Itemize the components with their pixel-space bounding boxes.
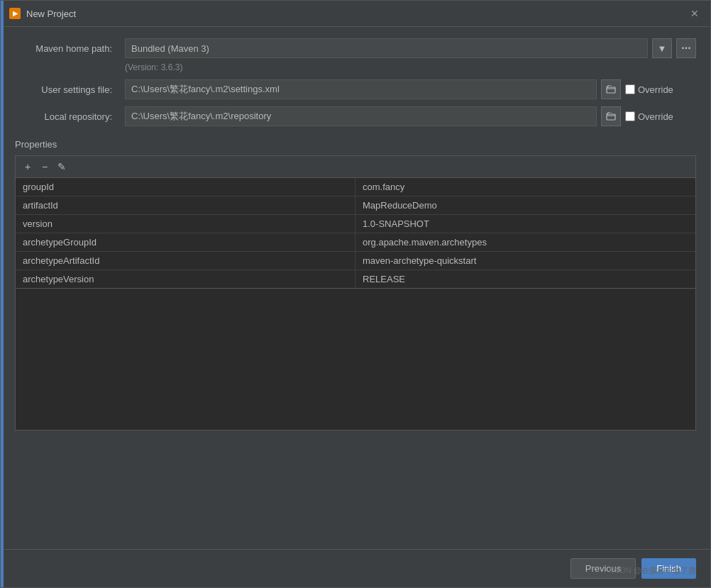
- table-cell-value-archetype-artifactid: maven-archetype-quickstart: [356, 252, 695, 270]
- properties-section: Properties + − ✎ groupId com.fancy artif…: [15, 139, 696, 431]
- dialog-content: Maven home path: ▼ ··· (Version: 3.6.3) …: [1, 27, 710, 549]
- maven-home-dropdown-btn[interactable]: ▼: [652, 38, 672, 58]
- left-accent: [1, 1, 4, 587]
- table-cell-key-archetype-groupid: archetypeGroupId: [16, 233, 356, 251]
- user-settings-label: User settings file:: [15, 84, 118, 95]
- table-row[interactable]: archetypeArtifactId maven-archetype-quic…: [16, 252, 695, 270]
- user-settings-override-container: Override: [625, 84, 696, 95]
- local-repo-row: Local repository: Override: [15, 106, 696, 126]
- local-repo-label: Local repository:: [15, 111, 118, 122]
- properties-title: Properties: [15, 139, 696, 150]
- dialog-title: New Project: [26, 9, 76, 19]
- table-cell-value-archetype-version: RELEASE: [356, 270, 695, 288]
- user-settings-input-container: Override: [125, 79, 696, 99]
- table-row[interactable]: artifactId MapReduceDemo: [16, 196, 695, 215]
- user-settings-input[interactable]: [125, 79, 597, 99]
- local-repo-override-checkbox[interactable]: [625, 111, 635, 121]
- properties-empty-area: [15, 289, 696, 431]
- table-cell-value-version: 1.0-SNAPSHOT: [356, 215, 695, 233]
- close-button[interactable]: ✕: [688, 6, 702, 21]
- user-settings-override-label: Override: [638, 84, 673, 95]
- title-bar: ▶ New Project ✕: [1, 1, 710, 27]
- dialog-icon: ▶: [9, 8, 21, 19]
- local-repo-input-container: Override: [125, 106, 696, 126]
- table-cell-key-groupid: groupId: [16, 178, 356, 196]
- maven-home-label: Maven home path:: [15, 43, 118, 54]
- maven-home-input[interactable]: [125, 38, 648, 58]
- table-cell-value-archetype-groupid: org.apache.maven.archetypes: [356, 233, 695, 251]
- edit-property-btn[interactable]: ✎: [54, 159, 70, 174]
- properties-table: groupId com.fancy artifactId MapReduceDe…: [15, 177, 696, 289]
- dialog-footer: Previous Finish: [1, 549, 710, 587]
- svg-rect-0: [607, 87, 615, 93]
- properties-toolbar: + − ✎: [15, 155, 696, 177]
- user-settings-row: User settings file: Override: [15, 79, 696, 99]
- table-row[interactable]: groupId com.fancy: [16, 178, 695, 196]
- svg-rect-1: [607, 114, 615, 120]
- title-bar-left: ▶ New Project: [9, 8, 76, 19]
- table-cell-key-version: version: [16, 215, 356, 233]
- local-repo-input[interactable]: [125, 106, 597, 126]
- table-row[interactable]: archetypeVersion RELEASE: [16, 270, 695, 288]
- table-cell-value-groupid: com.fancy: [356, 178, 695, 196]
- table-row[interactable]: version 1.0-SNAPSHOT: [16, 215, 695, 233]
- maven-home-more-btn[interactable]: ···: [676, 38, 696, 58]
- new-project-dialog: ▶ New Project ✕ Maven home path: ▼ ··· (…: [0, 0, 711, 588]
- add-property-btn[interactable]: +: [20, 159, 35, 174]
- table-cell-key-archetype-artifactid: archetypeArtifactId: [16, 252, 356, 270]
- table-cell-key-archetype-version: archetypeVersion: [16, 270, 356, 288]
- remove-property-btn[interactable]: −: [37, 159, 53, 174]
- maven-home-input-container: ▼ ···: [125, 38, 696, 58]
- maven-version-text: (Version: 3.6.3): [125, 62, 696, 72]
- table-row[interactable]: archetypeGroupId org.apache.maven.archet…: [16, 233, 695, 252]
- maven-home-row: Maven home path: ▼ ···: [15, 38, 696, 58]
- local-repo-override-label: Override: [638, 111, 673, 122]
- watermark-text: CSDN @在森林中懒了鹿: [610, 565, 696, 576]
- local-repo-browse-btn[interactable]: [601, 106, 621, 126]
- table-cell-key-artifactid: artifactId: [16, 196, 356, 214]
- table-cell-value-artifactid: MapReduceDemo: [356, 196, 695, 214]
- local-repo-override-container: Override: [625, 111, 696, 122]
- user-settings-override-checkbox[interactable]: [625, 84, 635, 94]
- user-settings-browse-btn[interactable]: [601, 79, 621, 99]
